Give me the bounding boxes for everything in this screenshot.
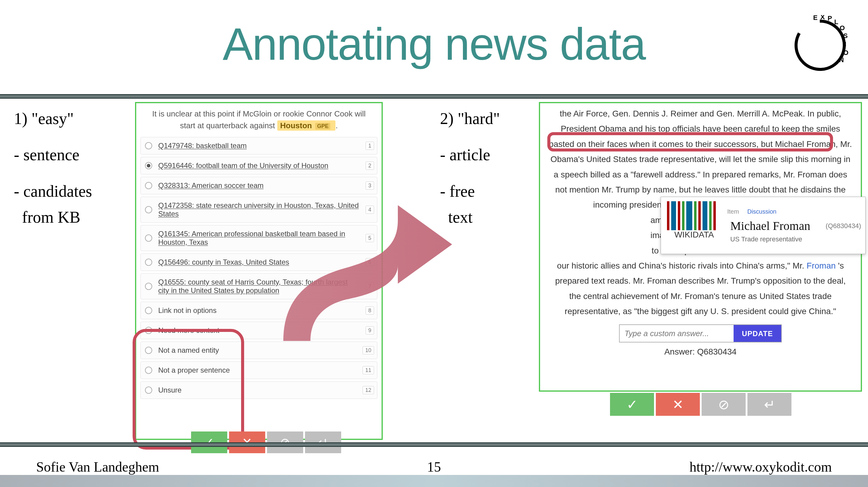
- slide-title: Annotating news data: [0, 18, 868, 70]
- option-label: Q156496: county in Texas, United States: [158, 258, 289, 266]
- option-number: 10: [363, 346, 374, 354]
- bullet-free-2: text: [440, 204, 500, 230]
- option-number: 2: [366, 162, 374, 170]
- left-notes: 1) "easy" - sentence - candidates from K…: [14, 106, 92, 231]
- svg-text:O: O: [840, 24, 845, 32]
- candidate-option[interactable]: Unsure12: [141, 381, 377, 399]
- radio-icon: [145, 386, 152, 394]
- svg-text:X: X: [820, 15, 825, 21]
- option-label: Need more context: [158, 326, 219, 335]
- entity-highlight: Houston GPE: [277, 120, 336, 131]
- candidate-option[interactable]: Q156496: county in Texas, United States6: [141, 254, 377, 271]
- option-label: Q328313: American soccer team: [158, 181, 264, 190]
- froman-link[interactable]: Froman: [807, 261, 835, 270]
- easy-heading: 1) "easy": [14, 106, 92, 132]
- hard-heading: 2) "hard": [440, 106, 500, 132]
- svg-rect-17: [709, 201, 712, 230]
- radio-icon: [145, 283, 152, 290]
- return-icon: ↵: [764, 397, 775, 412]
- svg-text:WIKIDATA: WIKIDATA: [674, 230, 714, 239]
- option-label: Unsure: [158, 386, 181, 394]
- svg-rect-10: [671, 201, 676, 230]
- bullet-sentence: - sentence: [14, 142, 92, 168]
- candidate-option[interactable]: Link not in options8: [141, 302, 377, 319]
- svg-text:L: L: [834, 18, 838, 26]
- hard-panel: the Air Force, Gen. Dennis J. Reimer and…: [539, 102, 862, 392]
- radio-icon: [145, 206, 152, 213]
- bullet-article: - article: [440, 142, 500, 168]
- option-label: Q1479748: basketball team: [158, 142, 247, 150]
- article-text: the Air Force, Gen. Dennis J. Reimer and…: [540, 103, 861, 363]
- svg-rect-16: [703, 201, 707, 230]
- option-number: 1: [366, 142, 374, 150]
- svg-rect-18: [713, 201, 716, 230]
- accept-button[interactable]: ✓: [610, 393, 654, 416]
- highlight-ring-sentence: [547, 132, 833, 151]
- answer-input-group: UPDATE: [619, 324, 782, 342]
- custom-answer-input[interactable]: [620, 325, 734, 342]
- svg-text:P: P: [828, 15, 832, 22]
- option-number: 12: [363, 386, 374, 394]
- check-icon: ✓: [627, 397, 638, 412]
- action-bar-hard: ✓ ✕ ⊘ ↵: [610, 393, 792, 416]
- slide: Annotating news data EXP LOS ION 1) "eas…: [0, 0, 868, 487]
- option-number: 6: [366, 258, 374, 266]
- skip-icon: ⊘: [718, 397, 730, 412]
- content-area: 1) "easy" - sentence - candidates from K…: [0, 99, 868, 442]
- option-number: 9: [366, 326, 374, 335]
- candidate-option[interactable]: Not a named entity10: [141, 342, 377, 359]
- easy-panel: It is unclear at this point if McGloin o…: [135, 102, 383, 440]
- candidate-option[interactable]: Need more context9: [141, 322, 377, 339]
- radio-icon: [145, 182, 152, 189]
- popup-desc: US Trade representative: [730, 233, 802, 245]
- radio-icon: [145, 259, 152, 266]
- popup-qid: (Q6830434): [826, 220, 861, 232]
- wikidata-popup: WIKIDATA Item Discussion Michael Froman …: [661, 197, 866, 254]
- bullet-free: - free: [440, 178, 500, 204]
- radio-icon: [145, 234, 152, 242]
- svg-rect-15: [698, 201, 701, 230]
- candidate-option[interactable]: Q161345: American professional basketbal…: [141, 225, 377, 251]
- x-icon: ✕: [673, 397, 684, 412]
- candidate-option[interactable]: Q1472358: state research university in H…: [141, 197, 377, 223]
- option-number: 8: [366, 307, 374, 315]
- candidate-option[interactable]: Q16555: county seat of Harris County, Te…: [141, 274, 377, 299]
- candidate-option[interactable]: Not a proper sentence11: [141, 362, 377, 379]
- footer: Sofie Van Landeghem 15 http://www.oxykod…: [0, 459, 868, 475]
- task-sentence: It is unclear at this point if McGloin o…: [136, 103, 381, 135]
- divider-top: [0, 94, 868, 99]
- undo-button[interactable]: ↵: [747, 393, 792, 416]
- entity-tag: GPE: [315, 123, 330, 130]
- option-number: 4: [366, 206, 374, 214]
- svg-text:N: N: [839, 56, 844, 64]
- skip-button[interactable]: ⊘: [702, 393, 746, 416]
- footer-page: 15: [0, 459, 868, 475]
- option-number: 5: [366, 234, 374, 242]
- svg-text:I: I: [844, 40, 846, 48]
- radio-icon: [145, 142, 152, 149]
- candidate-option[interactable]: Q5916446: football team of the Universit…: [141, 157, 377, 174]
- divider-bottom: [0, 442, 868, 448]
- bottom-strip: [0, 475, 868, 487]
- option-label: Not a proper sentence: [158, 366, 230, 374]
- candidate-option[interactable]: Q328313: American soccer team3: [141, 177, 377, 194]
- option-label: Not a named entity: [158, 346, 219, 354]
- svg-rect-9: [667, 201, 670, 230]
- reject-button[interactable]: ✕: [656, 393, 700, 416]
- option-label: Q16555: county seat of Harris County, Te…: [158, 278, 360, 295]
- svg-rect-12: [682, 201, 684, 230]
- center-notes: 2) "hard" - article - free text: [440, 106, 500, 231]
- wikidata-logo: WIKIDATA: [664, 200, 724, 239]
- radio-icon: [145, 347, 152, 354]
- svg-text:O: O: [843, 49, 848, 56]
- candidate-option[interactable]: Q1479748: basketball team1: [141, 137, 377, 154]
- option-label: Link not in options: [158, 306, 216, 315]
- radio-icon: [145, 327, 152, 334]
- explosion-logo: EXP LOS ION: [789, 15, 850, 76]
- radio-icon: [145, 307, 152, 314]
- discussion-tab[interactable]: Discussion: [747, 208, 776, 215]
- candidate-list: Q1479748: basketball team1Q5916446: foot…: [136, 137, 381, 399]
- update-button[interactable]: UPDATE: [734, 325, 781, 342]
- option-label: Q1472358: state research university in H…: [158, 201, 360, 218]
- svg-text:S: S: [843, 32, 848, 39]
